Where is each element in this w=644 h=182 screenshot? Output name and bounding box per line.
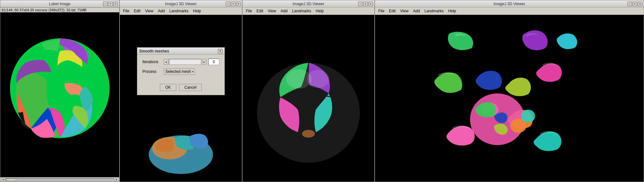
- viewer3-menubar: File Edit View Add Landmarks Help: [375, 7, 644, 15]
- viewer3-menu-file[interactable]: File: [376, 8, 386, 14]
- label-image-title: Label Image: [49, 2, 70, 6]
- slider-left-arrow[interactable]: ◂: [164, 59, 168, 65]
- horizontal-scrollbar[interactable]: ◂ ▸: [0, 177, 119, 182]
- slider-right-arrow[interactable]: ▸: [202, 59, 206, 65]
- maximize-button[interactable]: +: [108, 2, 113, 6]
- viewer2-menu-file[interactable]: File: [244, 8, 254, 14]
- viewer3-close[interactable]: ×: [638, 2, 642, 6]
- dialog-body: Iterations ◂ ▸ Process Selected mesh ▾: [137, 55, 224, 82]
- viewer2-menu-edit[interactable]: Edit: [254, 8, 265, 14]
- viewer3-menu-help[interactable]: Help: [446, 8, 458, 14]
- label-image-titlebar: Label Image − + ×: [0, 0, 119, 7]
- dialog-titlebar: Smooth meshes ×: [137, 48, 224, 55]
- scroll-left-arrow[interactable]: ◂: [1, 178, 5, 182]
- viewer2-window: ImageJ 3D Viewer − + × File Edit View Ad…: [242, 0, 375, 182]
- viewer2-minimize[interactable]: −: [358, 2, 363, 6]
- viewer3-window: ImageJ 3D Viewer − + × File Edit View Ad…: [375, 0, 644, 182]
- viewer1-controls: − + ×: [226, 2, 241, 6]
- close-button[interactable]: ×: [113, 2, 118, 6]
- minimize-button[interactable]: −: [103, 2, 108, 6]
- viewer1-window: ImageJ 3D Viewer − + × File Edit View Ad…: [119, 0, 242, 182]
- smooth-meshes-dialog: Smooth meshes × Iterations ◂ ▸ Pr: [137, 47, 225, 95]
- dialog-buttons: OK Cancel: [137, 82, 224, 95]
- viewer3-menu-view[interactable]: View: [398, 8, 410, 14]
- svg-point-14: [521, 109, 535, 122]
- dropdown-arrow-icon: ▾: [192, 70, 193, 73]
- viewer2-title: ImageJ 3D Viewer: [293, 2, 324, 6]
- iterations-input[interactable]: [208, 59, 219, 65]
- dialog-title: Smooth meshes: [139, 49, 169, 53]
- scroll-thumb[interactable]: [6, 178, 16, 181]
- viewer3-menu-landmarks[interactable]: Landmarks: [422, 8, 445, 14]
- viewer1-close[interactable]: ×: [236, 2, 241, 6]
- iterations-row: Iterations ◂ ▸: [142, 59, 219, 65]
- process-label: Process: [142, 69, 162, 74]
- iterations-label: Iterations: [142, 60, 162, 64]
- smooth-meshes-dialog-overlay: Smooth meshes × Iterations ◂ ▸ Pr: [120, 15, 242, 182]
- svg-point-7: [302, 130, 315, 138]
- viewer3-maximize[interactable]: +: [633, 2, 637, 6]
- process-value: Selected mesh: [165, 69, 191, 74]
- viewer1-menubar: File Edit View Add Landmarks Help: [120, 7, 242, 15]
- viewer3-title: ImageJ 3D Viewer: [493, 2, 525, 6]
- viewer2-maximize[interactable]: +: [363, 2, 368, 6]
- viewer2-titlebar: ImageJ 3D Viewer − + ×: [243, 0, 374, 7]
- svg-point-9: [307, 70, 329, 88]
- iterations-slider-track[interactable]: [169, 59, 201, 65]
- label-image-canvas: [0, 12, 119, 177]
- viewer3-menu-add[interactable]: Add: [411, 8, 422, 14]
- viewer2-close[interactable]: ×: [369, 2, 373, 6]
- viewer1-minimize[interactable]: −: [226, 2, 230, 6]
- viewer1-maximize[interactable]: +: [231, 2, 235, 6]
- viewer1-title: ImageJ 3D Viewer: [165, 2, 197, 6]
- viewer1-menu-add[interactable]: Add: [156, 8, 167, 14]
- viewer3-minimize[interactable]: −: [628, 2, 632, 6]
- iterations-slider-container: ◂ ▸: [164, 59, 206, 65]
- viewer3-menu-edit[interactable]: Edit: [387, 8, 398, 14]
- process-row: Process Selected mesh ▾: [142, 68, 219, 75]
- scroll-track[interactable]: [5, 178, 114, 181]
- viewer1-menu-edit[interactable]: Edit: [132, 8, 142, 14]
- viewer1-menu-help[interactable]: Help: [191, 8, 203, 14]
- scroll-right-arrow[interactable]: ▸: [115, 178, 119, 182]
- viewer2-menu-view[interactable]: View: [266, 8, 278, 14]
- ok-button[interactable]: OK: [160, 84, 176, 91]
- viewer1-titlebar: ImageJ 3D Viewer − + ×: [120, 0, 242, 7]
- viewer2-menu-landmarks[interactable]: Landmarks: [290, 8, 313, 14]
- viewer1-canvas: Smooth meshes × Iterations ◂ ▸ Pr: [120, 15, 242, 182]
- label-image-status: 61/144; 60.37x64.35 microns (349x372); 3…: [0, 7, 119, 12]
- viewer2-menubar: File Edit View Add Landmarks Help: [243, 7, 374, 15]
- viewer2-controls: − + ×: [358, 2, 373, 6]
- viewer3-controls: − + ×: [628, 2, 642, 6]
- cancel-button[interactable]: Cancel: [179, 84, 202, 91]
- viewer3-titlebar: ImageJ 3D Viewer − + ×: [375, 0, 644, 7]
- viewer2-menu-add[interactable]: Add: [279, 8, 289, 14]
- viewer3-canvas: [375, 15, 644, 182]
- viewer1-menu-landmarks[interactable]: Landmarks: [167, 8, 190, 14]
- process-dropdown[interactable]: Selected mesh ▾: [164, 68, 195, 75]
- viewer1-menu-file[interactable]: File: [121, 8, 131, 14]
- viewer2-canvas: [243, 15, 374, 182]
- dialog-close-button[interactable]: ×: [218, 49, 223, 53]
- viewer2-menu-help[interactable]: Help: [314, 8, 326, 14]
- label-image-controls: − + ×: [103, 2, 118, 6]
- viewer1-menu-view[interactable]: View: [143, 8, 155, 14]
- label-image-window: Label Image − + × 61/144; 60.37x64.35 mi…: [0, 0, 119, 182]
